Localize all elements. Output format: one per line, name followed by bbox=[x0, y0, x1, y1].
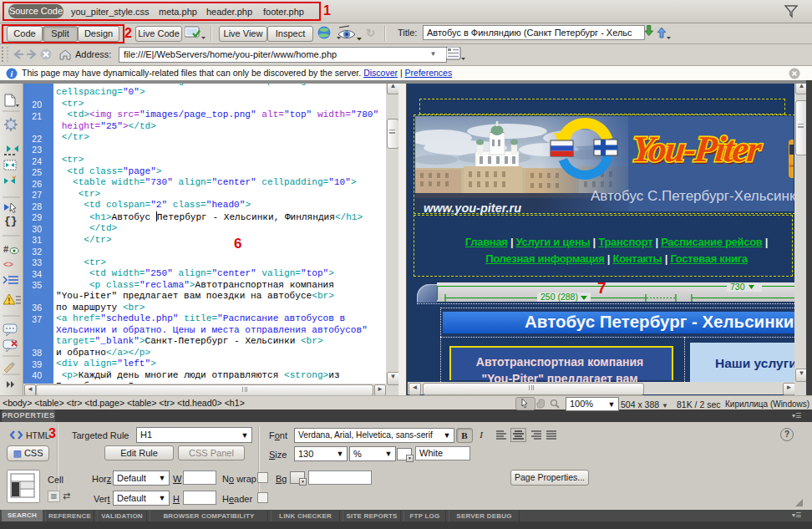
svg-text:#: # bbox=[3, 244, 8, 254]
svg-text:{}: {} bbox=[4, 215, 18, 227]
svg-text:You-Piter: You-Piter bbox=[630, 129, 764, 170]
svg-text:<>: <> bbox=[3, 261, 13, 270]
svg-text:i: i bbox=[11, 69, 13, 79]
svg-text:250 (288): 250 (288) bbox=[540, 292, 578, 302]
svg-text:730: 730 bbox=[730, 282, 745, 292]
